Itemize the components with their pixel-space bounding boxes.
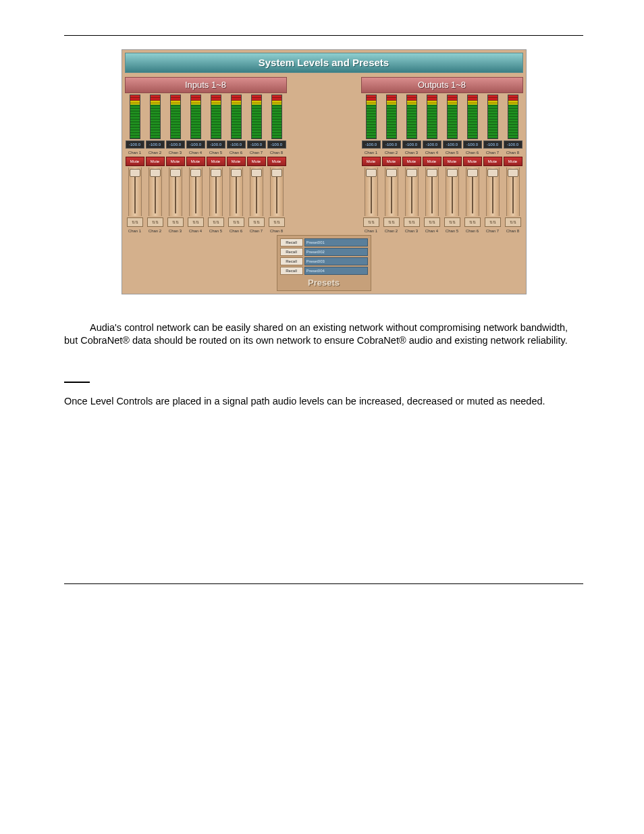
- fader[interactable]: [169, 167, 182, 216]
- gang-button[interactable]: ⇅⇅: [127, 217, 143, 227]
- fader[interactable]: [506, 167, 520, 216]
- fader-thumb[interactable]: [447, 169, 458, 177]
- fader-thumb[interactable]: [487, 169, 498, 177]
- input-channel-5: -100.0Chan 5Mute⇅⇅Chan 5: [206, 93, 226, 235]
- panel-title: System Levels and Presets: [125, 53, 523, 73]
- channel-label: Chan 2: [149, 150, 161, 155]
- level-readout: -100.0: [146, 140, 165, 149]
- fader[interactable]: [230, 167, 243, 216]
- fader-thumb[interactable]: [130, 169, 140, 177]
- level-readout: -100.0: [443, 140, 462, 149]
- channel-label-bottom: Chan 3: [169, 228, 182, 234]
- gang-button[interactable]: ⇅⇅: [269, 217, 285, 227]
- fader[interactable]: [365, 167, 378, 216]
- channel-label-bottom: Chan 5: [209, 228, 222, 234]
- fader-thumb[interactable]: [211, 169, 221, 177]
- gang-button[interactable]: ⇅⇅: [404, 217, 420, 227]
- channel-label: Chan 8: [270, 150, 283, 155]
- mute-button[interactable]: Mute: [146, 157, 165, 166]
- fader-thumb[interactable]: [170, 169, 181, 177]
- mute-button[interactable]: Mute: [227, 157, 246, 166]
- level-readout: -100.0: [402, 140, 421, 149]
- mute-button[interactable]: Mute: [443, 157, 462, 166]
- fader-thumb[interactable]: [251, 169, 262, 177]
- fader-thumb[interactable]: [366, 169, 377, 177]
- gang-button[interactable]: ⇅⇅: [363, 217, 379, 227]
- fader-thumb[interactable]: [190, 169, 201, 177]
- presets-panel: RecallPreset001RecallPreset002RecallPres…: [277, 235, 371, 291]
- fader-thumb[interactable]: [427, 169, 437, 177]
- gang-button[interactable]: ⇅⇅: [188, 217, 204, 227]
- channel-label: Chan 7: [250, 150, 263, 155]
- gang-button[interactable]: ⇅⇅: [464, 217, 481, 227]
- mute-button[interactable]: Mute: [423, 157, 441, 166]
- paragraph-1: Audia's control network can be easily sh…: [64, 321, 583, 348]
- gang-button[interactable]: ⇅⇅: [383, 217, 400, 227]
- channel-label-bottom: Chan 4: [425, 228, 438, 234]
- level-readout: -100.0: [126, 140, 144, 149]
- gang-button[interactable]: ⇅⇅: [485, 217, 501, 227]
- mute-button[interactable]: Mute: [463, 157, 482, 166]
- fader[interactable]: [486, 167, 500, 216]
- fader-thumb[interactable]: [271, 169, 282, 177]
- level-meter: [170, 95, 181, 139]
- gang-button[interactable]: ⇅⇅: [444, 217, 460, 227]
- channel-label: Chan 5: [446, 150, 458, 155]
- fader-thumb[interactable]: [150, 169, 161, 177]
- channel-label: Chan 5: [209, 150, 222, 155]
- gang-button[interactable]: ⇅⇅: [505, 217, 521, 227]
- gang-button[interactable]: ⇅⇅: [228, 217, 244, 227]
- fader[interactable]: [446, 167, 459, 216]
- mute-button[interactable]: Mute: [207, 157, 225, 166]
- recall-button[interactable]: Recall: [280, 248, 303, 256]
- mute-button[interactable]: Mute: [267, 157, 286, 166]
- level-readout: -100.0: [463, 140, 482, 149]
- fader-thumb[interactable]: [231, 169, 242, 177]
- mute-button[interactable]: Mute: [166, 157, 185, 166]
- gang-button[interactable]: ⇅⇅: [424, 217, 440, 227]
- mute-button[interactable]: Mute: [382, 157, 401, 166]
- input-channel-7: -100.0Chan 7Mute⇅⇅Chan 7: [246, 93, 267, 235]
- inputs-title: Inputs 1~8: [125, 77, 287, 93]
- fader-thumb[interactable]: [467, 169, 478, 177]
- fader[interactable]: [425, 167, 439, 216]
- fader[interactable]: [270, 167, 284, 216]
- fader[interactable]: [405, 167, 419, 216]
- mute-button[interactable]: Mute: [362, 157, 381, 166]
- channel-label-bottom: Chan 3: [405, 228, 418, 234]
- recall-button[interactable]: Recall: [280, 257, 303, 265]
- level-meter: [251, 95, 262, 139]
- output-channel-4: -100.0Chan 4Mute⇅⇅Chan 4: [422, 93, 442, 235]
- fader-thumb[interactable]: [386, 169, 397, 177]
- fader[interactable]: [189, 167, 203, 216]
- fader[interactable]: [250, 167, 263, 216]
- recall-button[interactable]: Recall: [280, 267, 303, 275]
- fader[interactable]: [128, 167, 142, 216]
- fader[interactable]: [385, 167, 398, 216]
- gang-button[interactable]: ⇅⇅: [147, 217, 163, 227]
- fader[interactable]: [209, 167, 223, 216]
- mute-button[interactable]: Mute: [247, 157, 266, 166]
- input-channel-6: -100.0Chan 6Mute⇅⇅Chan 6: [226, 93, 246, 235]
- fader-thumb[interactable]: [406, 169, 417, 177]
- output-channel-3: -100.0Chan 3Mute⇅⇅Chan 3: [402, 93, 422, 235]
- output-channel-6: -100.0Chan 6Mute⇅⇅Chan 6: [462, 93, 483, 235]
- mute-button[interactable]: Mute: [504, 157, 522, 166]
- fader-thumb[interactable]: [508, 169, 518, 177]
- gang-button[interactable]: ⇅⇅: [208, 217, 224, 227]
- presets-title: Presets: [280, 277, 368, 289]
- preset-row-4: RecallPreset004: [280, 267, 368, 275]
- mute-button[interactable]: Mute: [126, 157, 144, 166]
- recall-button[interactable]: Recall: [280, 238, 303, 246]
- mute-button[interactable]: Mute: [186, 157, 205, 166]
- inputs-bank: Inputs 1~8 -100.0Chan 1Mute⇅⇅Chan 1-100.…: [125, 77, 287, 235]
- gang-button[interactable]: ⇅⇅: [167, 217, 184, 227]
- level-meter: [366, 95, 377, 139]
- mute-button[interactable]: Mute: [402, 157, 421, 166]
- fader[interactable]: [149, 167, 162, 216]
- mute-button[interactable]: Mute: [483, 157, 502, 166]
- channel-label: Chan 2: [385, 150, 398, 155]
- channel-label: Chan 6: [230, 150, 242, 155]
- gang-button[interactable]: ⇅⇅: [248, 217, 265, 227]
- fader[interactable]: [466, 167, 479, 216]
